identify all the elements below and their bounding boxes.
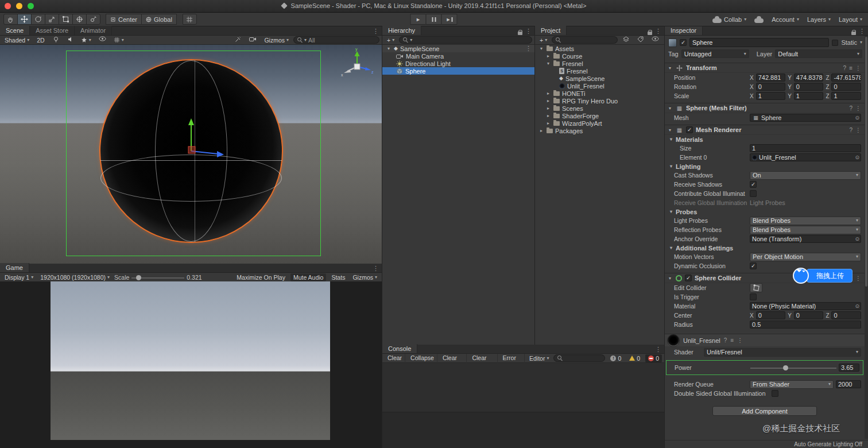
project-item-samplescene[interactable]: ◆SampleScene: [535, 75, 664, 82]
clear-on-build-toggle[interactable]: Clear on Build: [469, 354, 497, 363]
tab-project[interactable]: Project: [535, 26, 567, 35]
double-sided-gi-checkbox[interactable]: [772, 390, 778, 397]
position-y-field[interactable]: 474.8378: [794, 74, 824, 82]
project-item-honeti[interactable]: ▸HONETi: [535, 90, 664, 97]
dynamic-occlusion-checkbox[interactable]: ✓: [750, 262, 757, 269]
layer-dropdown[interactable]: Default▾: [775, 49, 862, 58]
static-checkbox[interactable]: [832, 40, 838, 46]
rotate-tool-button[interactable]: [31, 14, 45, 25]
info-count-toggle[interactable]: !0: [607, 354, 624, 362]
mesh-object-field[interactable]: ▦ Sphere ⊙: [750, 114, 861, 122]
project-item-fresnel-folder[interactable]: ▾Fresnel: [535, 60, 664, 67]
game-panel-menu-icon[interactable]: ⋮: [370, 265, 382, 272]
hierarchy-menu-icon[interactable]: ⋮: [522, 28, 534, 35]
maximize-on-play-toggle[interactable]: Maximize On Play: [234, 273, 288, 281]
project-item-packages[interactable]: ▸Packages: [535, 127, 664, 134]
project-item-rpg-tiny-hero-duo[interactable]: ▸RPG Tiny Hero Duo: [535, 97, 664, 105]
game-gizmos-dropdown[interactable]: Gizmos▾: [350, 273, 379, 281]
add-component-button[interactable]: Add Component: [712, 406, 817, 416]
motion-vectors-dropdown[interactable]: Per Object Motion▾: [750, 253, 861, 261]
juejin-logo-icon[interactable]: [793, 268, 809, 284]
move-gizmo[interactable]: [165, 114, 228, 177]
context-menu-icon[interactable]: ⋮: [855, 275, 861, 281]
hierarchy-item-directional-light[interactable]: Directional Light: [382, 60, 534, 67]
hidden-packages-icon[interactable]: [649, 36, 662, 44]
mute-audio-toggle[interactable]: Mute Audio: [290, 273, 327, 281]
cast-shadows-dropdown[interactable]: On▾: [750, 171, 861, 180]
custom-tool-button[interactable]: [86, 14, 100, 25]
collapse-toggle[interactable]: Collapse: [408, 354, 437, 363]
hand-tool-button[interactable]: [3, 14, 18, 25]
lighting-foldout[interactable]: ▾Lighting: [665, 162, 865, 171]
pivot-center-button[interactable]: Center: [106, 14, 142, 25]
hierarchy-search-input[interactable]: ▾: [399, 36, 532, 44]
grid-visibility-dropdown-icon[interactable]: ▾: [111, 36, 126, 44]
step-button[interactable]: ►: [441, 14, 458, 25]
clear-button[interactable]: Clear: [385, 354, 405, 363]
game-viewport[interactable]: [0, 281, 382, 448]
pivot-global-button[interactable]: Global: [141, 14, 177, 25]
shading-mode-dropdown[interactable]: Shaded▾: [2, 36, 32, 44]
tab-asset-store[interactable]: Asset Store: [30, 26, 75, 35]
rotation-z-field[interactable]: 0: [831, 83, 861, 91]
scene-gizmos-dropdown[interactable]: Gizmos▾: [262, 36, 291, 44]
scene-search-input[interactable]: ▾All: [293, 36, 379, 44]
search-by-type-icon[interactable]: [620, 36, 632, 44]
display-dropdown[interactable]: Display 1▾: [2, 273, 36, 281]
project-item-scenes[interactable]: ▸Scenes: [535, 105, 664, 112]
cloud-services-button[interactable]: [754, 16, 764, 23]
project-item-shaderforge[interactable]: ▸ShaderForge: [535, 112, 664, 119]
grid-snap-button[interactable]: [183, 14, 197, 25]
tab-game[interactable]: Game: [0, 263, 29, 272]
sphere-collider-enabled-checkbox[interactable]: ✓: [685, 275, 692, 281]
mesh-filter-header[interactable]: ▾ ▦ Sphere (Mesh Filter) ? ⋮: [665, 103, 865, 113]
error-pause-toggle[interactable]: Error Pause: [500, 354, 525, 363]
material-header[interactable]: Unlit_Fresnel ? ≡ ⋮: [665, 334, 865, 346]
scene-options-icon[interactable]: ⋮: [522, 45, 534, 52]
hierarchy-item-sphere[interactable]: Sphere: [382, 67, 534, 75]
hierarchy-create-button[interactable]: +▾: [385, 36, 397, 44]
rotation-y-field[interactable]: 0: [794, 83, 824, 91]
project-item-unlit-fresnel[interactable]: Unlit_Fresnel: [535, 82, 664, 90]
tab-animator[interactable]: Animator: [75, 26, 112, 35]
close-window-button[interactable]: [5, 3, 11, 9]
power-value-field[interactable]: 3.65: [839, 364, 859, 372]
project-search-input[interactable]: [552, 36, 618, 44]
drag-upload-button[interactable]: 拖拽上传: [807, 269, 852, 283]
game-scale-slider[interactable]: [131, 274, 184, 281]
console-search-input[interactable]: [553, 354, 605, 362]
power-slider-thumb[interactable]: [783, 365, 788, 370]
additional-settings-foldout[interactable]: ▾Additional Settings: [665, 244, 865, 252]
collab-dropdown[interactable]: Collab▾: [712, 16, 746, 23]
mesh-renderer-enabled-checkbox[interactable]: ✓: [686, 126, 693, 133]
presets-icon[interactable]: ≡: [730, 337, 734, 343]
project-item-course[interactable]: ▸Course: [535, 52, 664, 60]
transform-tool-button[interactable]: [72, 14, 87, 25]
clear-on-play-toggle[interactable]: Clear on Play: [440, 354, 467, 363]
probes-foldout[interactable]: ▾Probes: [665, 207, 865, 216]
scale-y-field[interactable]: 1: [794, 92, 824, 100]
stats-toggle[interactable]: Stats: [328, 273, 348, 281]
warning-count-toggle[interactable]: 0: [626, 354, 643, 362]
shader-dropdown[interactable]: Unlit/Fresnel▾: [704, 348, 861, 357]
layout-dropdown[interactable]: Layout▾: [839, 16, 862, 23]
object-picker-icon[interactable]: ⊙: [855, 236, 859, 242]
materials-foldout[interactable]: ▾Materials: [665, 135, 865, 144]
position-x-field[interactable]: 742.881: [756, 74, 786, 82]
hierarchy-item-main-camera[interactable]: Main Camera: [382, 52, 534, 60]
2d-toggle[interactable]: 2D: [34, 36, 47, 44]
project-item-wizardpolyart[interactable]: ▸WizardPolyArt: [535, 119, 664, 127]
rotation-x-field[interactable]: 0: [756, 83, 786, 91]
power-slider[interactable]: [750, 364, 836, 372]
scene-lighting-toggle-icon[interactable]: [50, 36, 62, 44]
resolution-dropdown[interactable]: 1920x1080 (1920x1080)▾: [38, 273, 112, 281]
contribute-gi-checkbox[interactable]: [750, 190, 757, 197]
scene-camera-icon[interactable]: [246, 36, 259, 44]
scene-panel-menu-icon[interactable]: ⋮: [370, 28, 382, 35]
gameobject-name-field[interactable]: Sphere: [689, 38, 829, 47]
hierarchy-scene-row[interactable]: ▾ ◆ SampleScene ⋮: [382, 45, 534, 52]
center-x-field[interactable]: 0: [756, 311, 786, 319]
move-tool-button[interactable]: [17, 14, 32, 25]
presets-icon[interactable]: ≡: [849, 65, 852, 71]
scale-slider-thumb[interactable]: [136, 275, 141, 280]
